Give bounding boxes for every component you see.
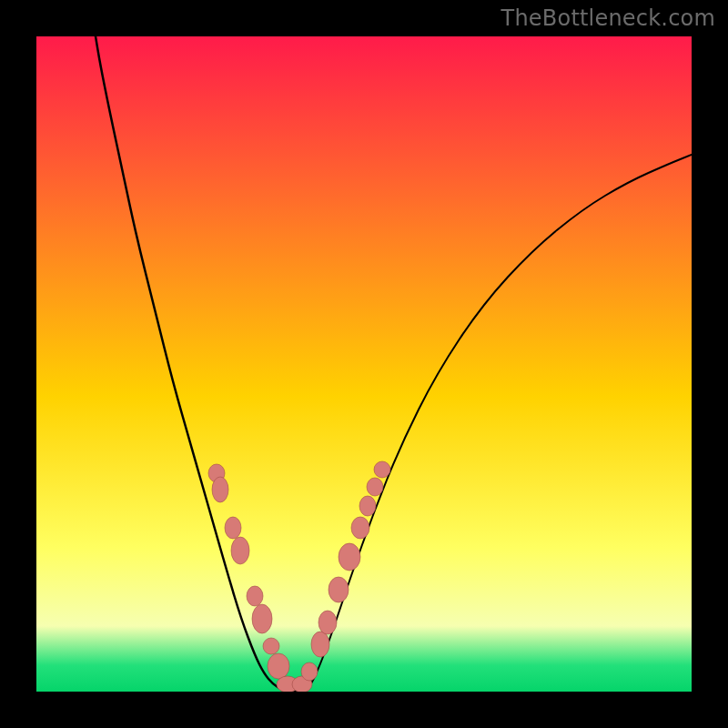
bead-right-4 [329, 577, 349, 602]
gradient-bg [36, 36, 692, 692]
bead-right-1 [301, 662, 318, 681]
bead-left-1 [212, 477, 228, 502]
bead-right-9 [374, 461, 390, 478]
bead-right-3 [318, 611, 337, 634]
bead-left-2 [225, 517, 241, 539]
plot-area [36, 36, 692, 692]
bead-right-2 [311, 632, 329, 657]
bead-right-7 [359, 496, 376, 516]
outer-frame: TheBottleneck.com [0, 0, 728, 728]
bead-left-5 [252, 604, 272, 633]
bead-right-8 [367, 478, 383, 496]
watermark-text: TheBottleneck.com [501, 5, 715, 31]
bead-left-6 [263, 638, 279, 654]
bead-right-5 [339, 543, 360, 571]
bead-left-7 [268, 653, 289, 679]
plot-svg [36, 36, 692, 692]
bead-left-3 [231, 537, 249, 564]
bead-left-4 [247, 586, 263, 606]
bead-right-6 [351, 517, 369, 539]
